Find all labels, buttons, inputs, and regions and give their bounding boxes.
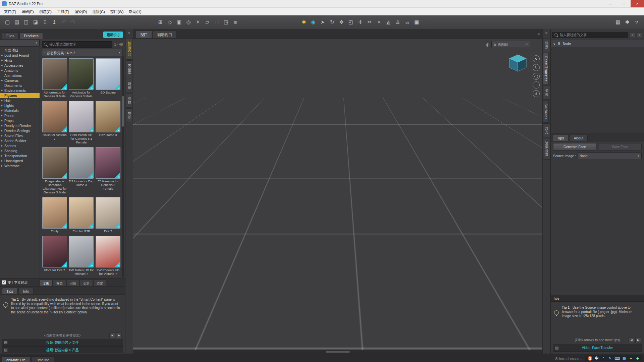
previous-tip-button[interactable]: ◀ <box>629 337 634 343</box>
handwriting-icon[interactable]: ✎ <box>608 356 612 361</box>
menu-item[interactable]: 文件(F) <box>1 9 19 14</box>
new-plane-icon[interactable]: ▱ <box>203 18 212 26</box>
category-item[interactable]: ▶ Cameras <box>0 78 40 83</box>
dock-tab[interactable]: 场景 <box>543 38 550 52</box>
product-thumbnail[interactable] <box>42 236 67 267</box>
new-light-icon[interactable]: ☀ <box>194 18 202 26</box>
category-item[interactable]: ▶ Lost and Found <box>0 53 40 58</box>
ik-link-icon[interactable]: ∞ <box>403 18 412 26</box>
dock-tab[interactable]: 内容库 <box>126 60 133 78</box>
panel-menu-icon[interactable]: ≡ <box>545 31 547 35</box>
node-row[interactable]: ∨ 5 Node <box>551 40 644 47</box>
menu-item[interactable]: 创建(C) <box>37 9 54 14</box>
product-thumbnail[interactable] <box>42 197 67 229</box>
product-item[interactable]: Abhorrentus for Genesis 3 Male <box>42 58 67 98</box>
measure-tool-icon[interactable]: ⌖ <box>375 18 383 26</box>
tab-files[interactable]: Files <box>2 33 18 39</box>
menu-item[interactable]: 窗口(W) <box>108 9 126 14</box>
dock-tab[interactable]: Face Transfer <box>543 53 549 85</box>
pane-options-button[interactable]: ≡ <box>637 32 642 38</box>
product-thumbnail[interactable] <box>96 197 120 229</box>
previous-tip-button[interactable]: ◀ <box>109 333 115 338</box>
dock-tab[interactable]: 渲染设置 <box>543 138 550 160</box>
dock-tab[interactable]: 姿势 <box>543 85 550 100</box>
viewport-menu-icon[interactable]: ≡ <box>538 32 540 36</box>
product-item[interactable]: Emily <box>42 197 67 233</box>
surface-tool-icon[interactable]: ◭ <box>384 18 393 26</box>
product-thumbnail[interactable] <box>42 58 67 90</box>
close-button[interactable]: × <box>631 0 644 7</box>
new-camera-icon[interactable]: ◎ <box>184 18 193 26</box>
category-item[interactable]: ▶ Figures <box>0 93 40 98</box>
product-thumbnail[interactable] <box>42 147 67 179</box>
camera-selector-dropdown[interactable]: ▦ 透视图 ▼ <box>491 41 530 48</box>
select-lesson-dropdown[interactable]: Select a Lesson... <box>555 357 582 361</box>
dock-tab[interactable]: 智能内容 <box>126 38 133 60</box>
viewport-scroll-strip[interactable] <box>133 350 542 354</box>
open-file-icon[interactable]: ▤ <box>12 18 21 26</box>
source-image-dropdown[interactable]: None ▼ <box>578 153 642 159</box>
category-item[interactable]: ▶ Hair <box>0 98 40 103</box>
scrollbar-thumb[interactable] <box>122 96 124 127</box>
category-item[interactable]: ▶ Materials <box>0 108 40 113</box>
category-item[interactable]: ▶ Accessories <box>0 63 40 68</box>
render-settings-icon[interactable]: ✱ <box>623 18 632 26</box>
product-thumbnail[interactable] <box>42 101 67 132</box>
undo-icon[interactable]: ↶ <box>59 18 68 26</box>
new-instance-icon[interactable]: ◳ <box>222 18 230 26</box>
category-item[interactable]: ▶ Documents <box>0 83 40 88</box>
pane-tab[interactable]: Info <box>18 288 33 294</box>
tab-timeline[interactable]: Timeline <box>31 356 54 362</box>
scene-info-icon[interactable]: ✱ <box>300 18 308 26</box>
category-item[interactable]: ▶ Poses <box>0 113 40 118</box>
category-item[interactable]: ▶ Saved Files <box>0 133 40 138</box>
filter-by-context-checkbox[interactable]: ✔ 按上下文过滤 <box>2 280 28 285</box>
filter-tab[interactable]: 更新 <box>80 280 93 286</box>
category-item[interactable]: ▶ Animations <box>0 73 40 78</box>
menu-item[interactable]: 编辑(E) <box>19 9 37 14</box>
dock-tab[interactable]: 场景 <box>126 79 133 93</box>
product-thumbnail[interactable] <box>96 147 120 179</box>
video-link[interactable]: ▤ 视频: 智能内容 > 产品 <box>2 346 123 353</box>
category-item[interactable]: ▶ Anatomy <box>0 68 40 73</box>
product-item[interactable]: Eva 7 <box>95 197 121 233</box>
dock-tab[interactable]: 灯光 <box>543 123 550 137</box>
node-select-icon[interactable]: ➤ <box>318 18 327 26</box>
skin-grid-icon[interactable]: ▦ <box>622 356 627 361</box>
product-item[interactable]: DS Horse for Daz Horse 3 <box>69 147 94 194</box>
dformer-tool-icon[interactable]: ✂ <box>365 18 374 26</box>
redo-icon[interactable]: ↷ <box>69 18 77 26</box>
product-item[interactable]: Daz Horse 3 <box>95 101 121 144</box>
save-face-button[interactable]: Save Face <box>599 143 642 150</box>
keyboard-icon[interactable]: ⌨ <box>614 356 620 361</box>
save-file-icon[interactable]: ◫ <box>22 18 31 26</box>
translate-tool-icon[interactable]: ✥ <box>337 18 346 26</box>
product-item[interactable]: Anicinabe for Genesis 3 Male <box>69 58 94 98</box>
dock-tab[interactable]: 塑形 <box>126 108 133 122</box>
product-item[interactable]: Erin for G3F <box>69 197 94 233</box>
pane-tab[interactable]: Tips <box>2 288 17 294</box>
category-item[interactable]: ▶ Unassigned <box>0 158 40 163</box>
category-item[interactable]: ▶ 全部项目 <box>0 48 40 53</box>
product-thumbnail[interactable] <box>96 236 120 267</box>
toolbox-icon[interactable]: ✚ <box>635 356 640 361</box>
pane-tab[interactable]: Tips <box>553 135 568 141</box>
product-thumbnail[interactable] <box>69 58 94 90</box>
chinese-mode-icon[interactable]: 中 <box>594 356 599 361</box>
product-thumbnail[interactable] <box>69 101 94 132</box>
export-icon[interactable]: ↥ <box>50 18 59 26</box>
product-item[interactable]: Dragonsbane Barbarian Character HD for G… <box>42 147 67 194</box>
next-tip-button[interactable]: ▶ <box>635 337 641 343</box>
minimize-button[interactable]: — <box>604 0 617 7</box>
category-item[interactable]: ▶ Shaping <box>0 148 40 153</box>
product-item[interactable]: FW Phoenix HD for Victoria 7 <box>95 236 121 276</box>
product-search-box[interactable] <box>42 41 112 48</box>
category-item[interactable]: ▶ Render-Settings <box>0 128 40 133</box>
category-item[interactable]: ▶ Wardrobe <box>0 163 40 168</box>
import-icon[interactable]: ↧ <box>41 18 49 26</box>
product-item[interactable]: Cailin for Victoria 7 <box>42 101 67 144</box>
dock-tab[interactable]: 参数 <box>126 94 133 108</box>
menu-item[interactable]: 帮助(H) <box>126 9 144 14</box>
video-link[interactable]: ▤ Video: Face Transfer <box>553 344 642 352</box>
new-node-icon[interactable]: ⊞ <box>156 18 165 26</box>
